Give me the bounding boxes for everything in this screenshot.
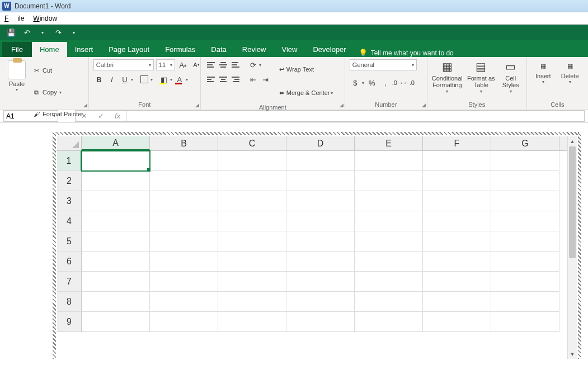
row-header-4[interactable]: 4 (57, 211, 82, 231)
cell-F2[interactable] (423, 171, 491, 191)
tab-data[interactable]: Data (203, 42, 234, 57)
increase-indent-button[interactable]: ⇥ (260, 74, 271, 85)
underline-button[interactable]: U (119, 74, 130, 85)
row-header-6[interactable]: 6 (57, 252, 82, 272)
menu-file[interactable]: File (4, 15, 24, 22)
percent-format-button[interactable]: % (366, 77, 378, 88)
cell-B6[interactable] (150, 252, 218, 272)
tell-me[interactable]: 💡 Tell me what you want to do (359, 49, 454, 57)
align-bottom-button[interactable] (230, 60, 241, 69)
decrease-indent-button[interactable]: ⇤ (248, 74, 259, 85)
cell-C6[interactable] (218, 252, 286, 272)
cell-G8[interactable] (491, 292, 559, 312)
cell-B2[interactable] (150, 171, 218, 191)
cell-B5[interactable] (150, 231, 218, 252)
undo-dropdown-icon[interactable]: ▾ (37, 27, 48, 38)
cell-A1[interactable] (82, 151, 150, 171)
cell-A9[interactable] (82, 312, 150, 332)
insert-cells-button[interactable]: ▦ Insert▾ (531, 59, 555, 84)
tab-file[interactable]: File (2, 42, 32, 57)
chevron-down-icon[interactable]: ▾ (150, 77, 153, 82)
font-name-combo[interactable]: Calibri▾ (93, 59, 154, 70)
grid-body[interactable]: 123456789 (57, 151, 567, 359)
cell-A4[interactable] (82, 211, 150, 231)
font-color-button[interactable]: A (174, 74, 185, 85)
chevron-down-icon[interactable]: ▾ (186, 77, 188, 82)
cell-A2[interactable] (82, 171, 150, 191)
row-header-7[interactable]: 7 (57, 272, 82, 292)
cell-G1[interactable] (491, 151, 559, 171)
fill-color-button[interactable]: ◧ (158, 74, 170, 85)
column-header-c[interactable]: C (218, 136, 286, 150)
cell-D2[interactable] (286, 171, 355, 191)
scroll-thumb[interactable] (569, 146, 576, 258)
cell-D3[interactable] (286, 191, 355, 211)
cell-A5[interactable] (82, 231, 150, 252)
chevron-down-icon[interactable]: ▾ (170, 77, 172, 82)
accounting-format-button[interactable]: $ (350, 77, 361, 88)
chevron-down-icon[interactable]: ▾ (362, 80, 364, 86)
chevron-down-icon[interactable]: ▾ (259, 63, 261, 68)
row-header-2[interactable]: 2 (57, 171, 82, 191)
tab-insert[interactable]: Insert (67, 42, 101, 57)
cell-C7[interactable] (218, 272, 286, 292)
scroll-down-arrow[interactable]: ▼ (568, 349, 577, 359)
merge-center-button[interactable]: ⬌Merge & Center▾ (279, 83, 333, 103)
cell-E3[interactable] (355, 191, 423, 211)
cell-B7[interactable] (150, 272, 218, 292)
cell-F8[interactable] (423, 292, 491, 312)
column-header-b[interactable]: B (150, 136, 218, 150)
cell-D4[interactable] (286, 211, 355, 231)
column-header-g[interactable]: G (491, 136, 559, 150)
cell-G7[interactable] (491, 272, 559, 292)
cell-C9[interactable] (218, 312, 286, 332)
cell-C4[interactable] (218, 211, 286, 231)
cell-B8[interactable] (150, 292, 218, 312)
cell-F1[interactable] (423, 151, 491, 171)
row-header-1[interactable]: 1 (57, 151, 82, 171)
cell-B9[interactable] (150, 312, 218, 332)
cell-G5[interactable] (491, 231, 559, 252)
cell-G4[interactable] (491, 211, 559, 231)
tab-review[interactable]: Review (234, 42, 274, 57)
tab-developer[interactable]: Developer (305, 42, 354, 57)
decrease-decimal-button[interactable]: ←.0 (404, 77, 413, 88)
embedded-spreadsheet[interactable]: A B C D E F G 123456789 ▲ ▼ (57, 136, 577, 359)
vertical-scrollbar[interactable]: ▲ ▼ (567, 136, 577, 359)
align-right-button[interactable] (230, 75, 241, 84)
cell-D7[interactable] (286, 272, 355, 292)
cell-A6[interactable] (82, 252, 150, 272)
column-header-d[interactable]: D (286, 136, 355, 150)
cell-C5[interactable] (218, 231, 286, 252)
save-icon[interactable]: 💾 (6, 27, 17, 38)
borders-button[interactable] (139, 74, 150, 85)
cell-A7[interactable] (82, 272, 150, 292)
decrease-font-size-button[interactable]: A▾ (191, 59, 202, 70)
cell-E9[interactable] (355, 312, 423, 332)
tab-home[interactable]: Home (32, 42, 67, 57)
cell-D8[interactable] (286, 292, 355, 312)
cell-C3[interactable] (218, 191, 286, 211)
cell-C1[interactable] (218, 151, 286, 171)
cell-G6[interactable] (491, 252, 559, 272)
row-header-3[interactable]: 3 (57, 191, 82, 211)
cell-G2[interactable] (491, 171, 559, 191)
increase-decimal-button[interactable]: .0→ (393, 77, 402, 88)
number-format-combo[interactable]: General▾ (350, 59, 417, 70)
paste-button[interactable]: Paste ▾ (4, 59, 29, 92)
cell-A8[interactable] (82, 292, 150, 312)
qat-customize-icon[interactable]: ▾ (68, 27, 79, 38)
cell-F7[interactable] (423, 272, 491, 292)
italic-button[interactable]: I (106, 74, 117, 85)
row-header-5[interactable]: 5 (57, 231, 82, 252)
select-all-corner[interactable] (57, 136, 82, 150)
font-size-combo[interactable]: 11▾ (156, 59, 175, 70)
column-header-f[interactable]: F (423, 136, 491, 150)
format-painter-button[interactable]: 🖌Format Painter (32, 104, 83, 124)
cell-E8[interactable] (355, 292, 423, 312)
scroll-up-arrow[interactable]: ▲ (568, 136, 577, 146)
cell-E2[interactable] (355, 171, 423, 191)
column-header-a[interactable]: A (82, 136, 150, 150)
undo-icon[interactable]: ↶ (21, 27, 32, 38)
conditional-formatting-button[interactable]: ▦ Conditional Formatting▾ (432, 59, 463, 94)
